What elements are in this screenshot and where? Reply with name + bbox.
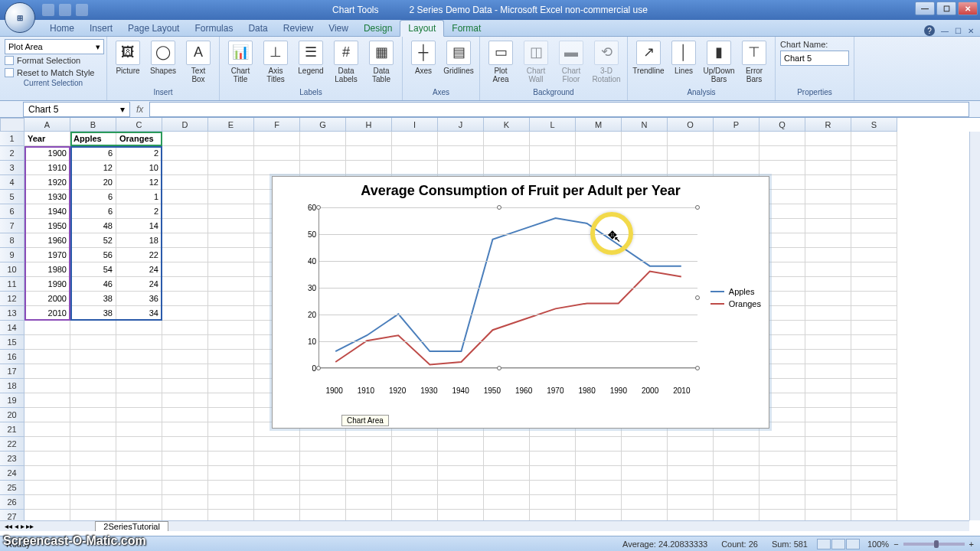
axis-titles-icon: ⊥	[263, 41, 288, 65]
group-properties: Properties	[780, 88, 849, 100]
vertical-scrollbar[interactable]	[969, 132, 980, 520]
column-headers[interactable]: ABCDEFGHIJKLMNOPQRS	[24, 118, 969, 132]
rotation-button[interactable]: ⟲3-D Rotation	[590, 39, 622, 85]
plot-handle[interactable]	[695, 295, 700, 300]
format-selection-icon	[5, 56, 14, 65]
move-cursor-icon: ✥↖	[608, 229, 617, 241]
formula-input[interactable]	[149, 102, 969, 117]
chart-object[interactable]: Average Consumption of Fruit per Adult p…	[272, 176, 769, 429]
view-buttons[interactable]	[817, 539, 860, 549]
close-button[interactable]: ✕	[958, 2, 978, 15]
chevron-down-icon: ▾	[120, 104, 125, 115]
tab-format[interactable]: Format	[444, 21, 488, 36]
chevron-down-icon: ▾	[96, 42, 100, 52]
group-analysis: Analysis	[632, 88, 770, 100]
window-controls-icon[interactable]: ☐	[955, 27, 962, 35]
rotation-icon: ⟲	[594, 41, 619, 65]
chart-floor-button[interactable]: ▬Chart Floor	[555, 39, 587, 85]
tab-home[interactable]: Home	[42, 21, 82, 36]
office-button[interactable]: ⊞	[5, 2, 35, 33]
plot-handle[interactable]	[497, 366, 501, 370]
trendline-button[interactable]: ↗Trendline	[632, 39, 665, 77]
shapes-icon: ◯	[151, 41, 175, 65]
zoom-slider[interactable]	[903, 543, 965, 546]
format-selection-button[interactable]: Format Selection	[5, 54, 102, 67]
status-average: Average: 24.20833333	[622, 540, 707, 549]
chart-floor-icon: ▬	[559, 41, 583, 65]
plot-area[interactable]: 0102030405060 19001910192019301940195019…	[296, 207, 697, 383]
select-all-corner[interactable]	[0, 118, 24, 132]
tab-design[interactable]: Design	[356, 21, 400, 36]
formula-bar: Chart 5▾ fx	[0, 101, 980, 118]
chart-title-button[interactable]: 📊Chart Title	[224, 39, 256, 85]
shapes-button[interactable]: ◯Shapes	[147, 39, 179, 77]
chart-legend[interactable]: Apples Oranges	[710, 284, 761, 311]
name-box[interactable]: Chart 5▾	[23, 102, 130, 117]
plot-handle[interactable]	[316, 366, 321, 370]
chart-tools-label: Chart Tools	[332, 5, 378, 15]
data-table-button[interactable]: ▦Data Table	[365, 39, 397, 85]
legend-swatch	[710, 303, 724, 305]
sheet-tabs-bar[interactable]: ◂◂ ◂ ▸ ▸▸ 2SeriesTutorial	[0, 520, 969, 531]
lines-button[interactable]: │Lines	[668, 39, 700, 77]
data-labels-button[interactable]: #Data Labels	[330, 39, 362, 85]
maximize-button[interactable]: ☐	[936, 2, 956, 15]
error-bars-button[interactable]: ⊤Error Bars	[738, 39, 770, 85]
zoom-in-icon[interactable]: +	[969, 540, 974, 549]
undo-icon[interactable]	[59, 4, 71, 16]
picture-button[interactable]: 🖼Picture	[112, 39, 144, 77]
chart-wall-button[interactable]: ◫Chart Wall	[520, 39, 552, 85]
minimize-button[interactable]: —	[915, 2, 935, 15]
trendline-icon: ↗	[636, 41, 661, 65]
sheet-tab[interactable]: 2SeriesTutorial	[95, 521, 168, 532]
axes-button[interactable]: ┼Axes	[407, 39, 439, 77]
fx-icon[interactable]: fx	[136, 104, 143, 115]
plot-area-button[interactable]: ▭Plot Area	[485, 39, 517, 85]
row-headers[interactable]: 1234567891011121314151617181920212223242…	[0, 132, 24, 524]
reset-style-button[interactable]: Reset to Match Style	[5, 67, 102, 79]
tab-review[interactable]: Review	[276, 21, 321, 36]
worksheet-grid[interactable]: ABCDEFGHIJKLMNOPQRS 12345678910111213141…	[0, 118, 980, 531]
close-workbook-icon[interactable]: ✕	[968, 27, 974, 35]
group-insert: Insert	[112, 88, 214, 100]
zoom-out-icon[interactable]: −	[893, 540, 898, 549]
plot-handle[interactable]	[497, 205, 501, 210]
save-icon[interactable]	[42, 4, 54, 16]
updown-bars-button[interactable]: ▮Up/Down Bars	[703, 39, 735, 85]
zoom-control[interactable]: 100% − +	[867, 540, 974, 549]
group-current-selection: Current Selection	[5, 79, 102, 91]
tab-layout[interactable]: Layout	[400, 20, 444, 37]
tab-formulas[interactable]: Formulas	[187, 21, 240, 36]
group-axes: Axes	[407, 88, 475, 100]
tab-data[interactable]: Data	[240, 21, 275, 36]
data-table-icon: ▦	[369, 41, 394, 65]
axis-titles-button[interactable]: ⊥Axis Titles	[260, 39, 292, 85]
quick-access-toolbar	[42, 4, 88, 16]
plot-handle[interactable]	[316, 205, 321, 210]
tab-page-layout[interactable]: Page Layout	[120, 21, 187, 36]
help-icon[interactable]: ?	[924, 25, 935, 36]
plot-handle[interactable]	[695, 205, 700, 210]
chart-title[interactable]: Average Consumption of Fruit per Adult p…	[273, 177, 769, 202]
plot-area-icon: ▭	[488, 41, 513, 65]
textbox-button[interactable]: AText Box	[182, 39, 214, 85]
redo-icon[interactable]	[76, 4, 88, 16]
watermark: Screencast-O-Matic.com	[3, 534, 146, 548]
updown-icon: ▮	[707, 41, 731, 65]
picture-icon: 🖼	[116, 41, 140, 65]
chart-name-input[interactable]	[780, 51, 849, 66]
status-sum: Sum: 581	[772, 540, 808, 549]
chart-element-selector[interactable]: Plot Area▾	[5, 39, 104, 54]
axes-icon: ┼	[411, 41, 436, 65]
legend-button[interactable]: ☰Legend	[295, 39, 327, 77]
minimize-ribbon-icon[interactable]: —	[941, 27, 949, 35]
data-labels-icon: #	[334, 41, 358, 65]
group-background: Background	[485, 88, 622, 100]
ribbon-tabs: Home Insert Page Layout Formulas Data Re…	[0, 20, 980, 37]
plot-handle[interactable]	[695, 366, 700, 370]
gridlines-button[interactable]: ▤Gridlines	[443, 39, 475, 77]
window-title: 2 Series Demo Data - Microsoft Excel non…	[410, 5, 648, 15]
tab-view[interactable]: View	[321, 21, 356, 36]
title-bar: ⊞ Chart Tools 2 Series Demo Data - Micro…	[0, 0, 980, 20]
tab-insert[interactable]: Insert	[82, 21, 120, 36]
